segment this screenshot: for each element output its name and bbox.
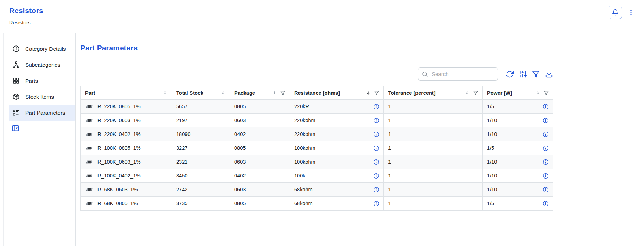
filter-button[interactable]: [532, 70, 540, 78]
sidebar-item-label: Part Parameters: [25, 110, 65, 116]
resistance-cell: 68kohm: [290, 197, 384, 211]
notifications-button[interactable]: [609, 6, 622, 19]
total-stock-cell: 2742: [172, 183, 230, 197]
table-row[interactable]: R_100K_0402_1%34500402100k11/10: [81, 169, 553, 183]
part-cell[interactable]: R_220K_0402_1%: [81, 127, 172, 141]
sidebar-item-category-details[interactable]: Category Details: [9, 41, 75, 57]
table-row[interactable]: R_220K_0603_1%21970603220kohm11/10: [81, 114, 553, 127]
part-name: R_100K_0603_1%: [97, 159, 141, 165]
part-cell[interactable]: R_220K_0603_1%: [81, 114, 172, 127]
collapse-sidebar-button[interactable]: [12, 124, 19, 132]
info-icon[interactable]: [543, 201, 549, 207]
info-icon[interactable]: [373, 104, 379, 110]
sort-desc-icon[interactable]: [366, 91, 371, 95]
info-icon[interactable]: [543, 159, 549, 165]
package-cell: 0402: [230, 127, 290, 141]
grid-icon: [12, 77, 20, 84]
package-cell: 0603: [230, 114, 290, 127]
breadcrumb[interactable]: Resistors: [9, 20, 43, 26]
info-icon[interactable]: [543, 131, 549, 137]
part-cell[interactable]: R_68K_0603_1%: [81, 183, 172, 197]
search-box: [418, 67, 498, 81]
page-header-left: Resistors Resistors: [9, 5, 43, 33]
column-filter-icon[interactable]: [374, 91, 379, 95]
table-row[interactable]: R_68K_0603_1%2742060368kohm11/10: [81, 183, 553, 197]
column-label: Tolerance [percent]: [388, 90, 436, 96]
package-cell: 0805: [230, 197, 290, 211]
column-label: Resistance [ohms]: [294, 90, 340, 96]
part-thumbnail-icon: [85, 146, 94, 151]
table-row[interactable]: R_100K_0805_1%32270805100kohm11/5: [81, 141, 553, 155]
sidebar-item-subcategories[interactable]: Subcategories: [9, 57, 75, 73]
column-header-tolerance-percent[interactable]: Tolerance [percent]: [384, 86, 483, 100]
column-header-package[interactable]: Package: [230, 86, 290, 100]
parts-table: PartTotal StockPackageResistance [ohms]T…: [80, 86, 553, 211]
table-row[interactable]: R_68K_0805_1%3735080568kohm11/5: [81, 197, 553, 211]
filter-funnel-icon: [532, 70, 540, 78]
column-settings-icon: [519, 70, 527, 78]
info-icon[interactable]: [373, 173, 379, 179]
bell-icon: [612, 9, 619, 16]
column-filter-icon[interactable]: [280, 91, 285, 95]
part-cell[interactable]: R_68K_0805_1%: [81, 197, 172, 211]
list-details-icon: [12, 109, 20, 116]
info-icon[interactable]: [543, 104, 549, 110]
sort-icon[interactable]: [536, 91, 540, 95]
sidebar-item-parts[interactable]: Parts: [9, 73, 75, 89]
info-icon[interactable]: [373, 117, 379, 124]
info-icon[interactable]: [373, 131, 379, 137]
power-cell: 1/5: [483, 141, 553, 155]
info-icon[interactable]: [543, 173, 549, 179]
sort-icon[interactable]: [465, 91, 470, 95]
refresh-button[interactable]: [506, 70, 514, 78]
tolerance-cell: 1: [384, 169, 483, 183]
part-cell[interactable]: R_220K_0805_1%: [81, 100, 172, 114]
info-icon[interactable]: [543, 145, 549, 151]
sort-icon[interactable]: [163, 91, 167, 95]
info-icon[interactable]: [373, 187, 379, 193]
info-icon[interactable]: [543, 187, 549, 193]
sidebar-items: Category DetailsSubcategoriesPartsStock …: [9, 41, 75, 121]
sidebar-item-part-parameters[interactable]: Part Parameters: [9, 105, 75, 121]
resistance-value: 100kohm: [294, 145, 315, 151]
sidebar-item-label: Stock Items: [25, 94, 54, 100]
resistance-value: 68kohm: [294, 201, 313, 206]
table-row[interactable]: R_220K_0805_1%56570805220kR11/5: [81, 100, 553, 114]
part-thumbnail-icon: [85, 132, 94, 137]
box-icon: [12, 93, 20, 100]
column-header-power-w[interactable]: Power [W]: [483, 86, 553, 100]
column-filter-icon[interactable]: [544, 91, 549, 95]
sort-icon[interactable]: [221, 91, 225, 95]
info-icon[interactable]: [373, 159, 379, 165]
part-name: R_68K_0805_1%: [97, 201, 138, 206]
table-toolbar: [80, 67, 553, 81]
package-cell: 0805: [230, 100, 290, 114]
part-cell[interactable]: R_100K_0805_1%: [81, 141, 172, 155]
column-header-total-stock[interactable]: Total Stock: [172, 86, 230, 100]
column-settings-button[interactable]: [519, 70, 527, 78]
info-icon[interactable]: [543, 117, 549, 124]
column-filter-icon[interactable]: [473, 91, 478, 95]
info-icon[interactable]: [373, 145, 379, 151]
part-cell[interactable]: R_100K_0603_1%: [81, 155, 172, 169]
refresh-icon: [506, 70, 514, 78]
table-row[interactable]: R_220K_0402_1%180900402220kohm11/10: [81, 127, 553, 141]
column-header-part[interactable]: Part: [81, 86, 172, 100]
main-panel: Part Parameters: [76, 33, 644, 246]
power-cell: 1/5: [483, 197, 553, 211]
tolerance-cell: 1: [384, 100, 483, 114]
overflow-menu-button[interactable]: [627, 6, 635, 19]
sidebar-item-stock-items[interactable]: Stock Items: [9, 89, 75, 105]
search-input[interactable]: [431, 71, 494, 77]
column-header-resistance-ohms[interactable]: Resistance [ohms]: [290, 86, 384, 100]
power-value: 1/5: [487, 104, 494, 109]
part-name: R_68K_0603_1%: [97, 187, 138, 192]
part-cell[interactable]: R_100K_0402_1%: [81, 169, 172, 183]
resistance-value: 220kR: [294, 104, 309, 109]
table-row[interactable]: R_100K_0603_1%23210603100kohm11/10: [81, 155, 553, 169]
download-button[interactable]: [545, 70, 553, 78]
tolerance-cell: 1: [384, 183, 483, 197]
info-icon[interactable]: [373, 201, 379, 207]
part-thumbnail-icon: [85, 104, 94, 109]
sort-icon[interactable]: [272, 91, 277, 95]
